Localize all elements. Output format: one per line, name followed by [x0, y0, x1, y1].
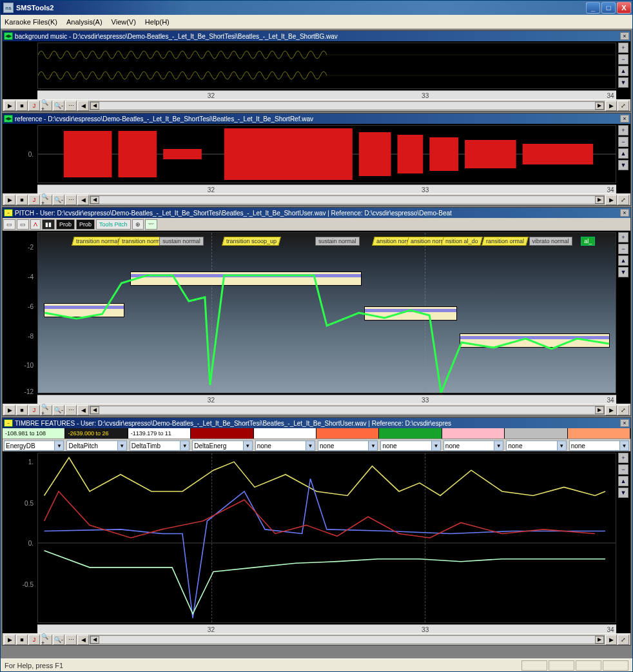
segment-label[interactable]: transition normal	[72, 237, 123, 246]
zoom-in-button[interactable]: 🔍+	[41, 101, 52, 111]
pitch-curve-chip[interactable]: 〰	[145, 219, 157, 230]
feature-select[interactable]: DeltaPitch▼	[66, 440, 126, 451]
scroll-right-button[interactable]: ▶	[605, 101, 617, 111]
zoom-in-button[interactable]: 🔍+	[41, 195, 52, 205]
scroll-right-button[interactable]: ▶	[605, 635, 617, 645]
segment-label[interactable]: nsition al_do	[441, 237, 482, 246]
segment-label[interactable]: sustain normal	[315, 237, 360, 246]
stop-button[interactable]: ■	[16, 195, 28, 205]
pitch-tool-chip[interactable]: Λ	[30, 219, 41, 230]
scroll-left-button[interactable]: ◀	[77, 405, 89, 415]
pitch-plot[interactable]: transition normaltransition normalsustai…	[37, 232, 616, 393]
feature-select[interactable]: none▼	[443, 440, 503, 451]
pitch-tool-chip[interactable]: ⊕	[132, 219, 144, 230]
chevron-down-icon[interactable]: ▼	[431, 441, 440, 450]
scroll-right-arrow-icon[interactable]: ▶	[595, 196, 604, 204]
arrow-down-icon[interactable]: ▼	[618, 267, 628, 277]
close-button[interactable]: X	[617, 2, 631, 14]
zoom-in-icon[interactable]: +	[618, 43, 628, 53]
waveform-plot[interactable]	[37, 43, 616, 89]
feature-select[interactable]: EnergyDB▼	[4, 440, 64, 451]
zoom-out-button[interactable]: 🔍-	[53, 195, 64, 205]
menu-help[interactable]: Help(H)	[145, 18, 170, 26]
play-button[interactable]: ▶	[4, 101, 15, 111]
menu-karaoke-files[interactable]: Karaoke Files(K)	[5, 18, 57, 26]
zoom-in-icon[interactable]: +	[618, 232, 628, 242]
zoom-out-icon[interactable]: −	[618, 54, 628, 64]
stop-button[interactable]: ■	[16, 101, 28, 111]
play-button[interactable]: ▶	[4, 195, 15, 205]
scroll-right-arrow-icon[interactable]: ▶	[595, 406, 604, 414]
scroll-left-arrow-icon[interactable]: ◀	[90, 196, 99, 204]
horizontal-scrollbar[interactable]: ◀ ▶	[90, 635, 605, 644]
play-button[interactable]: ▶	[4, 405, 15, 415]
panel-close-button[interactable]: ×	[620, 115, 629, 123]
arrow-up-icon[interactable]: ▲	[618, 476, 628, 486]
feature-select[interactable]: DeltaTimb▼	[130, 440, 190, 451]
pitch-tool-chip[interactable]: ▭	[3, 219, 15, 230]
scroll-right-button[interactable]: ▶	[605, 195, 617, 205]
zoom-in-icon[interactable]: +	[618, 453, 628, 463]
scroll-right-arrow-icon[interactable]: ▶	[595, 102, 604, 110]
pitch-tool-chip[interactable]: ▭	[17, 219, 29, 230]
menu-analysis[interactable]: Analysis(A)	[66, 18, 102, 26]
chevron-down-icon[interactable]: ▼	[180, 441, 189, 450]
zoom-in-button[interactable]: 🔍+	[41, 635, 52, 645]
stop-button[interactable]: ■	[16, 405, 28, 415]
zoom-out-icon[interactable]: −	[618, 244, 628, 254]
panel-titlebar[interactable]: ~ PITCH - User: D:\cvsdir\espresso\Demo-…	[3, 208, 630, 218]
pitch-tools-chip[interactable]: Tools Pitch	[96, 219, 131, 230]
pitch-prob-chip[interactable]: Prob	[56, 219, 75, 230]
segment-label[interactable]: sustain normal	[159, 237, 204, 246]
panel-titlebar[interactable]: ◀▶ background music - D:\cvsdir\espresso…	[3, 31, 630, 41]
zoom-out-button[interactable]: 🔍-	[53, 101, 64, 111]
scroll-right-button[interactable]: ▶	[605, 405, 617, 415]
chevron-down-icon[interactable]: ▼	[54, 441, 63, 450]
arrow-up-icon[interactable]: ▲	[618, 255, 628, 266]
scroll-left-button[interactable]: ◀	[77, 195, 89, 205]
chevron-down-icon[interactable]: ▼	[557, 441, 566, 450]
segment-label[interactable]: ransition ormal	[482, 237, 529, 246]
panel-close-button[interactable]: ×	[620, 419, 629, 427]
panel-titlebar[interactable]: ◀▶ reference - D:\cvsdir\espresso\Demo-B…	[3, 114, 630, 124]
feature-select[interactable]: none▼	[569, 440, 629, 451]
feature-select[interactable]: none▼	[255, 440, 315, 451]
fit-view-button[interactable]: ⤢	[618, 635, 629, 645]
feature-select[interactable]: none▼	[318, 440, 378, 451]
chevron-down-icon[interactable]: ▼	[117, 441, 126, 450]
arrow-down-icon[interactable]: ▼	[618, 488, 628, 498]
segment-label[interactable]: al_	[581, 237, 595, 246]
chevron-down-icon[interactable]: ▼	[243, 441, 252, 450]
reference-waveform-plot[interactable]	[37, 125, 616, 183]
zoom-in-button[interactable]: 🔍+	[41, 405, 52, 415]
timbre-plot[interactable]	[37, 453, 616, 623]
chevron-down-icon[interactable]: ▼	[306, 441, 315, 450]
loop-button[interactable]: J	[28, 635, 40, 645]
zoom-out-button[interactable]: 🔍-	[53, 635, 64, 645]
feature-select[interactable]: none▼	[380, 440, 440, 451]
arrow-down-icon[interactable]: ▼	[618, 160, 628, 170]
feature-select[interactable]: none▼	[506, 440, 566, 451]
panel-titlebar[interactable]: ~ TIMBRE FEATURES - User: D:\cvsdir\espr…	[3, 418, 630, 428]
fit-view-button[interactable]: ⤢	[618, 101, 629, 111]
scroll-right-arrow-icon[interactable]: ▶	[595, 636, 604, 644]
select-button[interactable]: ⋯	[65, 101, 77, 111]
arrow-up-icon[interactable]: ▲	[618, 66, 628, 76]
arrow-down-icon[interactable]: ▼	[618, 77, 628, 88]
chevron-down-icon[interactable]: ▼	[368, 441, 377, 450]
segment-label[interactable]: vibrato normal	[529, 237, 572, 246]
stop-button[interactable]: ■	[16, 635, 28, 645]
fit-view-button[interactable]: ⤢	[618, 195, 629, 205]
chevron-down-icon[interactable]: ▼	[494, 441, 503, 450]
select-button[interactable]: ⋯	[65, 635, 77, 645]
scroll-left-arrow-icon[interactable]: ◀	[90, 636, 99, 644]
zoom-in-icon[interactable]: +	[618, 125, 628, 135]
scroll-left-arrow-icon[interactable]: ◀	[90, 406, 99, 414]
menu-view[interactable]: View(V)	[112, 18, 136, 26]
loop-button[interactable]: J	[28, 101, 40, 111]
play-button[interactable]: ▶	[4, 635, 15, 645]
scroll-left-button[interactable]: ◀	[77, 635, 89, 645]
segment-label[interactable]: transition scoop_up	[222, 237, 281, 246]
zoom-out-button[interactable]: 🔍-	[53, 405, 64, 415]
select-button[interactable]: ⋯	[65, 405, 77, 415]
